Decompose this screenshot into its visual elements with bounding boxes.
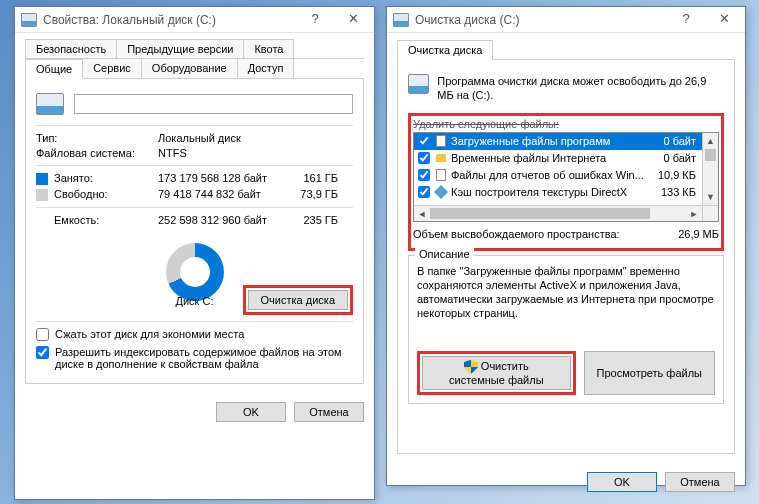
tab-row: Очистка диска <box>397 39 735 60</box>
usage-chart <box>166 243 224 301</box>
list-caption: Удалить следующие файлы: <box>413 118 719 130</box>
index-label: Разрешить индексировать содержимое файло… <box>55 346 353 370</box>
file-list[interactable]: Загруженные файлы программ0 байтВременны… <box>413 132 719 222</box>
lock-icon <box>434 152 448 164</box>
tab-general[interactable]: Общие <box>25 59 83 79</box>
file-size: 10,9 КБ <box>646 169 700 181</box>
highlight-filelist: Удалить следующие файлы: Загруженные фай… <box>408 113 724 251</box>
help-button[interactable]: ? <box>296 8 334 32</box>
scroll-left-icon[interactable]: ◄ <box>414 206 430 221</box>
description-title: Описание <box>415 248 474 260</box>
file-list-row[interactable]: Загруженные файлы программ0 байт <box>414 133 702 150</box>
tab-hardware[interactable]: Оборудование <box>141 58 238 78</box>
dialog-buttons: OK Отмена <box>387 464 745 500</box>
shield-icon <box>464 360 478 374</box>
drive-large-icon <box>36 93 64 115</box>
page-icon <box>434 135 448 147</box>
used-swatch <box>36 173 48 185</box>
scrollbar-vertical[interactable]: ▲ ▼ <box>702 133 718 205</box>
tab-prev-versions[interactable]: Предыдущие версии <box>116 39 244 58</box>
titlebar[interactable]: Очистка диска (C:) ? ✕ <box>387 7 745 33</box>
compress-label: Сжать этот диск для экономии места <box>55 328 244 340</box>
tab-service[interactable]: Сервис <box>82 58 142 78</box>
drive-icon <box>408 74 429 94</box>
scroll-down-icon[interactable]: ▼ <box>703 189 718 205</box>
used-label: Занято: <box>54 172 93 184</box>
description-group: Описание В папке "Загруженные файлы прог… <box>408 255 724 404</box>
close-button[interactable]: ✕ <box>705 8 743 32</box>
free-label: Свободно: <box>54 188 108 200</box>
highlight-cleanup: Очистка диска <box>243 285 353 315</box>
dialog-buttons: OK Отмена <box>15 394 374 430</box>
free-gb: 73,9 ГБ <box>288 188 338 201</box>
file-list-row[interactable]: Кэш построителя текстуры DirectX133 КБ <box>414 184 702 201</box>
file-label: Загруженные файлы программ <box>451 135 646 147</box>
clean-system-files-button[interactable]: Очистить системные файлы <box>422 356 571 390</box>
properties-window: Свойства: Локальный диск (C:) ? ✕ Безопа… <box>14 6 375 500</box>
client-area: Безопасность Предыдущие версии Квота Общ… <box>15 33 374 394</box>
scroll-corner <box>702 205 718 221</box>
file-checkbox[interactable] <box>418 135 430 147</box>
info-text: Программа очистки диска может освободить… <box>437 74 724 103</box>
tab-row-2: Общие Сервис Оборудование Доступ <box>25 58 364 79</box>
scroll-thumb[interactable] <box>430 208 650 219</box>
file-list-row[interactable]: Файлы для отчетов об ошибках Win...10,9 … <box>414 167 702 184</box>
type-label: Тип: <box>36 132 158 144</box>
tab-quota[interactable]: Квота <box>243 39 294 58</box>
client-area: Очистка диска Программа очистки диска мо… <box>387 33 745 464</box>
tab-row-1: Безопасность Предыдущие версии Квота <box>25 39 364 59</box>
drive-icon <box>21 13 37 27</box>
fs-label: Файловая система: <box>36 147 158 159</box>
scroll-thumb[interactable] <box>705 149 716 161</box>
tab-sharing[interactable]: Доступ <box>237 58 295 78</box>
highlight-clean-sys: Очистить системные файлы <box>417 351 576 395</box>
tab-security[interactable]: Безопасность <box>25 39 117 58</box>
used-bytes: 173 179 568 128 байт <box>158 172 288 185</box>
cleanup-window: Очистка диска (C:) ? ✕ Очистка диска Про… <box>386 6 746 486</box>
help-button[interactable]: ? <box>667 8 705 32</box>
free-bytes: 79 418 744 832 байт <box>158 188 288 201</box>
titlebar[interactable]: Свойства: Локальный диск (C:) ? ✕ <box>15 7 374 33</box>
free-swatch <box>36 189 48 201</box>
general-panel: Тип:Локальный диск Файловая система:NTFS… <box>25 79 364 384</box>
scroll-right-icon[interactable]: ► <box>686 206 702 221</box>
cap-gb: 235 ГБ <box>288 214 338 226</box>
disk-cleanup-button[interactable]: Очистка диска <box>248 290 348 310</box>
freeable-value: 26,9 МБ <box>678 228 719 240</box>
compress-checkbox[interactable] <box>36 328 49 341</box>
file-checkbox[interactable] <box>418 169 430 181</box>
cancel-button[interactable]: Отмена <box>294 402 364 422</box>
fs-value: NTFS <box>158 147 187 159</box>
file-list-row[interactable]: Временные файлы Интернета0 байт <box>414 150 702 167</box>
window-title: Свойства: Локальный диск (C:) <box>43 13 296 27</box>
ok-button[interactable]: OK <box>216 402 286 422</box>
file-size: 0 байт <box>646 135 700 147</box>
description-text: В папке "Загруженные файлы программ" вре… <box>417 264 715 321</box>
volume-label-input[interactable] <box>74 94 353 114</box>
cleanup-panel: Программа очистки диска может освободить… <box>397 60 735 454</box>
file-checkbox[interactable] <box>418 152 430 164</box>
file-checkbox[interactable] <box>418 186 430 198</box>
ok-button[interactable]: OK <box>587 472 657 492</box>
file-label: Файлы для отчетов об ошибках Win... <box>451 169 646 181</box>
used-gb: 161 ГБ <box>288 172 338 185</box>
file-label: Временные файлы Интернета <box>451 152 646 164</box>
cap-bytes: 252 598 312 960 байт <box>158 214 288 226</box>
view-files-button[interactable]: Просмотреть файлы <box>584 351 715 395</box>
cancel-button[interactable]: Отмена <box>665 472 735 492</box>
page-icon <box>434 169 448 181</box>
close-button[interactable]: ✕ <box>334 8 372 32</box>
cap-label: Емкость: <box>36 214 158 226</box>
index-checkbox[interactable] <box>36 346 49 359</box>
tab-cleanup[interactable]: Очистка диска <box>397 40 493 60</box>
file-size: 133 КБ <box>646 186 700 198</box>
scroll-up-icon[interactable]: ▲ <box>703 133 718 149</box>
file-label: Кэш построителя текстуры DirectX <box>451 186 646 198</box>
type-value: Локальный диск <box>158 132 241 144</box>
scrollbar-horizontal[interactable]: ◄ ► <box>414 205 702 221</box>
cleanup-icon <box>393 13 409 27</box>
freeable-label: Объем высвобождаемого пространства: <box>413 228 678 240</box>
window-title: Очистка диска (C:) <box>415 13 667 27</box>
cube-icon <box>434 186 448 198</box>
disk-label: Диск C: <box>176 295 214 307</box>
